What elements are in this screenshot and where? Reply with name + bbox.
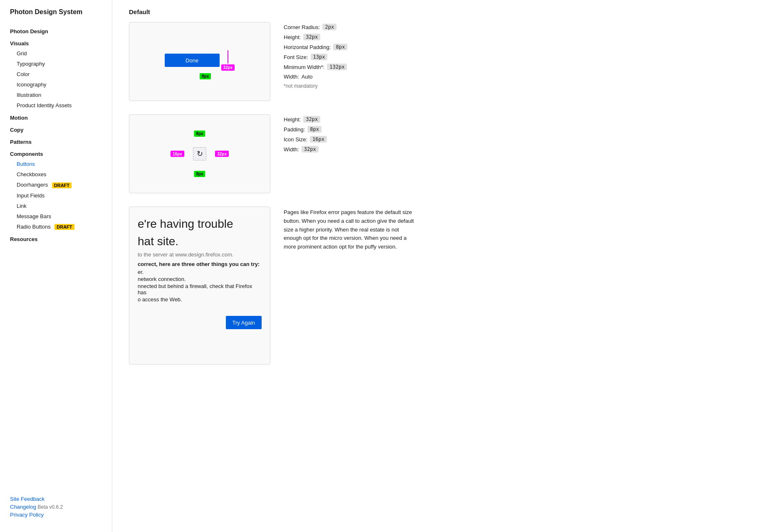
annot-32px-right: 32px: [215, 151, 229, 157]
spec-row-2: 8px ↻ 16px 32px 8px: [129, 114, 755, 193]
sidebar-item-checkboxes[interactable]: Checkboxes: [0, 169, 112, 180]
sidebar-item-doorhangers[interactable]: Doorhangers DRAFT: [0, 180, 112, 190]
spec-width-1: Width: Auto: [284, 74, 755, 80]
doorhangers-draft-badge: DRAFT: [52, 182, 72, 188]
radio-buttons-draft-badge: DRAFT: [54, 224, 74, 230]
error-list-3: nnected but behind a firewall, check tha…: [138, 283, 262, 296]
annot-8px-bottom: 8px: [194, 171, 205, 177]
annot-32px-right-box: 32px: [215, 151, 229, 157]
error-heading-line1: e're having trouble: [138, 217, 262, 231]
error-list-2: network connection.: [138, 276, 262, 282]
annot-8px-right: 8px: [200, 73, 211, 79]
spec-corner-radius: Corner Radius: 2px: [284, 24, 755, 30]
spec-preview-3: e're having trouble hat site. to the ser…: [129, 207, 270, 365]
description-text: Pages like Firefox error pages feature t…: [284, 208, 417, 251]
demo-button-done[interactable]: Done: [165, 54, 220, 67]
spec-min-width: Minimum Width*: 132px: [284, 64, 755, 70]
spec-note-1: *not mandatory: [284, 83, 755, 89]
sidebar-section-visuals: Visuals: [0, 36, 112, 48]
spec-preview-1: Done 32px 8px 8px: [129, 22, 270, 101]
spec-preview-2: 8px ↻ 16px 32px 8px: [129, 114, 270, 193]
icon-size-value: 16px: [310, 136, 327, 143]
error-heading-line2: hat site.: [138, 234, 262, 249]
sidebar-item-grid[interactable]: Grid: [0, 48, 112, 59]
sidebar-section-components: Components: [0, 147, 112, 159]
annot-8px-top-box: 8px: [194, 131, 205, 137]
spec-row-1: Done 32px 8px 8px Corner Radius: 2px: [129, 22, 755, 101]
sidebar-section-motion: Motion: [0, 111, 112, 123]
spec-details-3: Pages like Firefox error pages feature t…: [284, 207, 755, 251]
privacy-policy-link[interactable]: Privacy Policy: [10, 512, 102, 518]
spec-horiz-padding: Horizontal Padding: 8px: [284, 44, 755, 50]
sidebar-section-resources: Resources: [0, 232, 112, 244]
spec-details-2: Height: 32px Padding: 8px Icon Size: 16p…: [284, 114, 755, 156]
error-sub: to the server at www.design.firefox.com.: [138, 251, 262, 258]
sidebar-item-iconography[interactable]: Iconography: [0, 79, 112, 90]
error-list-1: er.: [138, 269, 262, 275]
sidebar-footer: Site Feedback Changelog Beta v0.6.2 Priv…: [0, 488, 112, 524]
annot-16px-left-box: 16px: [171, 151, 184, 157]
spec-padding-2: Padding: 8px: [284, 126, 755, 133]
icon-button-demo[interactable]: ↻: [193, 147, 206, 160]
annot-8px-bottom-box: 8px: [194, 171, 205, 177]
sidebar-item-message-bars[interactable]: Message Bars: [0, 211, 112, 222]
changelog-link[interactable]: Changelog Beta v0.6.2: [10, 504, 102, 510]
main-content: Default Done 32px 8px 8px: [112, 0, 772, 532]
try-again-button[interactable]: Try Again: [226, 316, 262, 329]
sidebar: Photon Design System Photon Design Visua…: [0, 0, 112, 532]
icon-button-container: 8px ↻ 16px 32px 8px: [171, 129, 229, 179]
sidebar-item-input-fields[interactable]: Input Fields: [0, 190, 112, 201]
padding-value-2: 8px: [307, 126, 322, 133]
annot-16px-left: 16px: [171, 151, 184, 157]
sidebar-item-color[interactable]: Color: [0, 69, 112, 79]
spec-font-size: Font Size: 13px: [284, 54, 755, 60]
error-bold: correct, here are three other things you…: [138, 261, 262, 267]
min-width-value: 132px: [327, 64, 347, 70]
error-page-content: e're having trouble hat site. to the ser…: [138, 217, 262, 329]
font-size-value: 13px: [311, 54, 328, 60]
default-section-title: Default: [129, 0, 755, 15]
height-value-2: 32px: [303, 116, 320, 123]
site-feedback-link[interactable]: Site Feedback: [10, 496, 102, 502]
horiz-padding-value: 8px: [333, 44, 347, 50]
corner-radius-value: 2px: [322, 24, 337, 30]
spec-height-2: Height: 32px: [284, 116, 755, 123]
sidebar-title: Photon Design System: [0, 8, 112, 24]
sidebar-item-link[interactable]: Link: [0, 201, 112, 211]
spec-height-1: Height: 32px: [284, 34, 755, 40]
annot-32px: 32px: [221, 64, 235, 71]
width-value-1: Auto: [302, 74, 313, 80]
changelog-beta: Beta v0.6.2: [38, 504, 63, 510]
sidebar-item-illustration[interactable]: Illustration: [0, 90, 112, 100]
sidebar-item-radio-buttons[interactable]: Radio Buttons DRAFT: [0, 222, 112, 232]
spec-width-2: Width: 32px: [284, 146, 755, 153]
sidebar-item-typography[interactable]: Typography: [0, 59, 112, 69]
sidebar-item-product-identity[interactable]: Product Identity Assets: [0, 100, 112, 111]
height-value-1: 32px: [303, 34, 320, 40]
spec-details-1: Corner Radius: 2px Height: 32px Horizont…: [284, 22, 755, 89]
refresh-icon: ↻: [197, 149, 203, 158]
sidebar-section-copy: Copy: [0, 123, 112, 135]
sidebar-section-photon-design: Photon Design: [0, 24, 112, 36]
spec-icon-size: Icon Size: 16px: [284, 136, 755, 143]
spec-row-3: e're having trouble hat site. to the ser…: [129, 207, 755, 365]
sidebar-section-patterns: Patterns: [0, 135, 112, 147]
width-value-2: 32px: [302, 146, 319, 153]
annot-8px-top: 8px: [194, 131, 205, 137]
error-list-4: o access the Web.: [138, 296, 262, 303]
spec-preview-1-inner: Done 32px 8px 8px: [129, 38, 270, 86]
sidebar-item-buttons[interactable]: Buttons: [0, 159, 112, 169]
